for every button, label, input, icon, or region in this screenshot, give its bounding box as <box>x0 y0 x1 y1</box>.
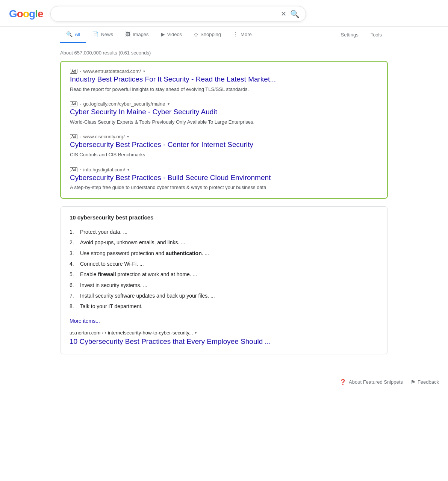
ad-url-3: www.cisecurity.org/ <box>83 134 125 139</box>
ad-item-2: Ad · go.logically.com/cyber_security/mai… <box>70 101 378 126</box>
clear-icon[interactable]: ✕ <box>281 10 286 18</box>
tab-all-label: All <box>75 32 80 37</box>
videos-icon: ▶ <box>161 31 165 37</box>
ad-dropdown-4[interactable]: ▾ <box>127 168 129 172</box>
settings-link[interactable]: Settings <box>335 27 365 42</box>
logo-o2: o <box>23 8 29 20</box>
item-num-3: 3. <box>70 249 77 257</box>
ad-separator-3: · <box>80 134 81 139</box>
snippet-source-dropdown[interactable]: ▾ <box>195 330 197 335</box>
ad-title-4[interactable]: Cybersecurity Best Practices - Build Sec… <box>70 173 378 183</box>
nav-tabs: 🔍 All 📄 News 🖼 Images ▶ Videos ◇ Shoppin… <box>0 27 448 43</box>
about-snippets-link[interactable]: ❓ About Featured Snippets <box>339 379 403 386</box>
ad-title-3[interactable]: Cybersecurity Best Practices - Center fo… <box>70 140 378 150</box>
news-icon: 📄 <box>92 31 98 37</box>
tab-news-label: News <box>101 32 113 37</box>
header: Google It security best practices ✕ 🔍 <box>0 0 448 27</box>
logo-g: G <box>9 8 17 20</box>
ad-title-2[interactable]: Cyber Security In Maine - Cyber Security… <box>70 107 378 117</box>
ad-badge-4: Ad <box>70 167 77 172</box>
item-text-3: Use strong password protection and authe… <box>80 249 209 257</box>
snippet-item-6: 6. Invest in security systems. ... <box>70 280 378 290</box>
ad-dropdown-1[interactable]: ▾ <box>143 69 145 73</box>
tab-videos-label: Videos <box>167 32 182 37</box>
item-num-6: 6. <box>70 281 77 289</box>
item-text-7: Install security software updates and ba… <box>80 292 215 300</box>
results-count: About 657,000,000 results (0.61 seconds) <box>60 50 388 56</box>
item-num-4: 4. <box>70 260 77 268</box>
ad-desc-3: CIS Controls and CIS Benchmarks <box>70 151 378 159</box>
question-icon: ❓ <box>339 379 347 386</box>
tools-link[interactable]: Tools <box>365 27 388 42</box>
ad-badge-1: Ad <box>70 69 77 74</box>
about-snippets-label: About Featured Snippets <box>349 379 403 385</box>
item-num-7: 7. <box>70 292 77 300</box>
ad-title-1[interactable]: Industry Best Practices For It Security … <box>70 75 378 84</box>
snippet-list: 1. Protect your data. ... 2. Avoid pop-u… <box>70 227 378 312</box>
tab-images-label: Images <box>133 32 149 37</box>
tab-more-label: More <box>241 32 252 37</box>
item-num-5: 5. <box>70 270 77 278</box>
ad-separator-2: · <box>80 101 81 107</box>
tab-shopping-label: Shopping <box>200 32 221 37</box>
snippet-item-3: 3. Use strong password protection and au… <box>70 248 378 259</box>
snippet-result-title[interactable]: 10 Cybersecurity Best Practices that Eve… <box>70 337 271 345</box>
ad-dropdown-2[interactable]: ▾ <box>168 102 170 106</box>
item-text-1: Protect your data. ... <box>80 228 127 236</box>
google-logo[interactable]: Google <box>9 8 43 20</box>
snippet-item-7: 7. Install security software updates and… <box>70 290 378 301</box>
ad-separator-4: · <box>80 167 81 172</box>
snippet-title: 10 cybersecurity best practices <box>70 214 378 221</box>
snippet-item-8: 8. Talk to your IT department. <box>70 301 378 312</box>
shopping-icon: ◇ <box>194 31 198 37</box>
snippet-source: us.norton.com › › internetsecurity-how-t… <box>70 330 378 336</box>
results-area: About 657,000,000 results (0.61 seconds)… <box>0 43 448 366</box>
ad-badge-3: Ad <box>70 134 77 139</box>
ad-meta-1: Ad · www.entrustdatacard.com/ ▾ <box>70 68 378 74</box>
item-num-1: 1. <box>70 228 77 236</box>
item-text-6: Invest in security systems. ... <box>80 281 147 289</box>
tab-all[interactable]: 🔍 All <box>60 27 86 43</box>
search-bar: It security best practices ✕ 🔍 <box>50 6 306 22</box>
footer-bar: ❓ About Featured Snippets ⚑ Feedback <box>0 374 448 390</box>
ad-separator-1: · <box>80 69 81 74</box>
ad-url-1: www.entrustdatacard.com/ <box>83 68 141 74</box>
featured-snippet: 10 cybersecurity best practices 1. Prote… <box>60 206 388 354</box>
ad-dropdown-3[interactable]: ▾ <box>127 135 129 139</box>
snippet-item-5: 5. Enable firewall protection at work an… <box>70 269 378 280</box>
snippet-source-arrow: › <box>102 330 103 335</box>
search-input[interactable]: It security best practices <box>57 11 281 17</box>
tab-more[interactable]: ⋮ More <box>227 27 258 43</box>
more-items-link[interactable]: More items... <box>70 318 378 324</box>
all-icon: 🔍 <box>66 31 73 37</box>
logo-o1: o <box>17 8 23 20</box>
tab-shopping[interactable]: ◇ Shopping <box>188 27 227 43</box>
snippet-source-path: › internetsecurity-how-to-cyber-security… <box>105 330 193 336</box>
feedback-link[interactable]: ⚑ Feedback <box>410 379 439 386</box>
snippet-item-1: 1. Protect your data. ... <box>70 227 378 237</box>
tab-videos[interactable]: ▶ Videos <box>155 27 188 43</box>
feedback-label: Feedback <box>418 379 439 385</box>
more-icon: ⋮ <box>233 31 238 37</box>
tab-images[interactable]: 🖼 Images <box>119 27 155 43</box>
feedback-icon: ⚑ <box>410 379 415 386</box>
search-icon[interactable]: 🔍 <box>290 9 300 18</box>
item-num-8: 8. <box>70 302 77 310</box>
snippet-item-2: 2. Avoid pop-ups, unknown emails, and li… <box>70 237 378 248</box>
item-text-4: Connect to secure Wi-Fi. ... <box>80 260 144 268</box>
item-text-8: Talk to your IT department. <box>80 302 142 310</box>
ad-url-4: info.hgsdigital.com/ <box>83 167 125 172</box>
snippet-source-url: us.norton.com <box>70 330 100 336</box>
ads-container: Ad · www.entrustdatacard.com/ ▾ Industry… <box>60 61 388 199</box>
ad-url-2: go.logically.com/cyber_security/maine <box>83 101 165 107</box>
ad-item-1: Ad · www.entrustdatacard.com/ ▾ Industry… <box>70 68 378 93</box>
logo-l: l <box>35 8 38 20</box>
ad-desc-1: Read the report for powerful insights to… <box>70 86 378 93</box>
ad-desc-2: World-Class Security Experts & Tools Pre… <box>70 118 378 126</box>
images-icon: 🖼 <box>125 31 130 37</box>
ad-item-3: Ad · www.cisecurity.org/ ▾ Cybersecurity… <box>70 134 378 158</box>
logo-g2: g <box>29 8 35 20</box>
tab-news[interactable]: 📄 News <box>86 27 119 43</box>
snippet-item-4: 4. Connect to secure Wi-Fi. ... <box>70 259 378 269</box>
ad-badge-2: Ad <box>70 101 77 106</box>
